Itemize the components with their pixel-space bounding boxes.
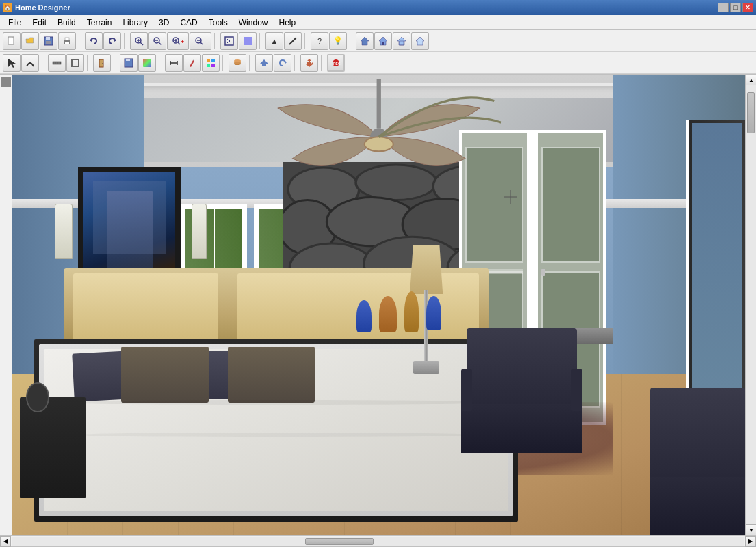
svg-line-18 bbox=[178, 42, 180, 44]
maximize-button[interactable]: □ bbox=[730, 3, 741, 12]
texture-tool[interactable] bbox=[202, 54, 220, 72]
arrow-button[interactable]: ▲ bbox=[265, 32, 283, 50]
dimension-tool[interactable] bbox=[165, 54, 183, 72]
svg-rect-49 bbox=[126, 59, 130, 61]
svg-rect-30 bbox=[248, 37, 252, 41]
scroll-thumb[interactable] bbox=[747, 92, 755, 133]
select-all-button[interactable] bbox=[239, 32, 257, 50]
menu-tools[interactable]: Tools bbox=[203, 16, 233, 29]
select-tool[interactable] bbox=[3, 54, 21, 72]
menu-edit[interactable]: Edit bbox=[27, 16, 52, 29]
door-frame-right bbox=[686, 120, 745, 433]
svg-text:+: + bbox=[181, 38, 184, 45]
room-scene bbox=[12, 75, 745, 535]
scroll-track[interactable] bbox=[746, 85, 756, 524]
scroll-up-button[interactable]: ▲ bbox=[746, 75, 756, 85]
toolbar-sep-2 bbox=[124, 33, 127, 49]
zoom-in-button[interactable] bbox=[130, 32, 148, 50]
undo-button[interactable] bbox=[85, 32, 103, 50]
new-button[interactable] bbox=[3, 32, 21, 50]
menu-terrain[interactable]: Terrain bbox=[81, 16, 118, 29]
fit-button[interactable] bbox=[220, 32, 238, 50]
up-arrow-tool[interactable] bbox=[255, 54, 273, 72]
library-tool[interactable] bbox=[229, 54, 246, 72]
room-tool[interactable] bbox=[66, 54, 84, 72]
menu-help[interactable]: Help bbox=[273, 16, 301, 29]
menu-library[interactable]: Library bbox=[117, 16, 153, 29]
nightstand bbox=[20, 397, 86, 498]
svg-marker-39 bbox=[416, 37, 424, 45]
svg-rect-57 bbox=[211, 64, 215, 67]
menu-build[interactable]: Build bbox=[52, 16, 81, 29]
toolbar2-sep-4 bbox=[159, 55, 162, 71]
scroll-down-button[interactable]: ▼ bbox=[746, 524, 756, 535]
svg-rect-31 bbox=[244, 41, 248, 45]
material-tool[interactable] bbox=[138, 54, 156, 72]
svg-marker-61 bbox=[260, 59, 268, 66]
menu-3d[interactable]: 3D bbox=[153, 16, 174, 29]
house3-button[interactable] bbox=[393, 32, 410, 50]
svg-marker-34 bbox=[361, 37, 369, 45]
line-button[interactable] bbox=[284, 32, 302, 50]
svg-rect-54 bbox=[207, 59, 210, 62]
door-tool[interactable] bbox=[93, 54, 111, 72]
record-button[interactable]: REC bbox=[327, 54, 345, 72]
rotate-tool[interactable] bbox=[274, 54, 291, 72]
hscroll-track[interactable] bbox=[12, 537, 744, 546]
house1-button[interactable] bbox=[356, 32, 374, 50]
svg-line-15 bbox=[159, 42, 161, 45]
menu-file[interactable]: File bbox=[3, 16, 27, 29]
scroll-left-button[interactable]: ◀ bbox=[0, 536, 11, 547]
help-button[interactable]: ? bbox=[311, 32, 328, 50]
open-button[interactable] bbox=[21, 32, 39, 50]
redo-button[interactable] bbox=[103, 32, 121, 50]
minimize-button[interactable]: ─ bbox=[718, 3, 729, 12]
svg-marker-63 bbox=[306, 59, 313, 67]
bed bbox=[34, 268, 518, 522]
svg-rect-4 bbox=[46, 41, 51, 44]
3d-viewport[interactable] bbox=[12, 75, 745, 535]
wall-sconce-left bbox=[49, 204, 79, 259]
hscroll-thumb[interactable] bbox=[305, 538, 374, 545]
move-tool[interactable] bbox=[300, 54, 318, 72]
left-tool-1[interactable]: — bbox=[1, 77, 11, 87]
armchair bbox=[467, 328, 577, 466]
curve-tool[interactable] bbox=[21, 54, 39, 72]
svg-rect-55 bbox=[211, 59, 215, 62]
svg-point-60 bbox=[234, 59, 241, 62]
light-button[interactable]: 💡 bbox=[329, 32, 347, 50]
save-view-tool[interactable] bbox=[120, 54, 138, 72]
vase-2 bbox=[379, 296, 397, 333]
svg-rect-56 bbox=[207, 64, 210, 67]
house2-button[interactable] bbox=[374, 32, 392, 50]
vase-4 bbox=[426, 296, 441, 331]
zoom-out-large-button[interactable]: - bbox=[190, 32, 211, 50]
save-button[interactable] bbox=[40, 32, 57, 50]
wall-tool[interactable] bbox=[48, 54, 66, 72]
toolbar2-sep-2 bbox=[87, 55, 90, 71]
scroll-right-button[interactable]: ▶ bbox=[745, 536, 756, 547]
svg-rect-3 bbox=[46, 37, 50, 40]
toolbar-area: + - ▲ ? 💡 bbox=[0, 30, 756, 75]
menu-window[interactable]: Window bbox=[233, 16, 274, 29]
toolbar-sep-5 bbox=[304, 33, 308, 49]
toolbar-1: + - ▲ ? 💡 bbox=[0, 30, 756, 52]
horizontal-scrollbar: ◀ ▶ bbox=[0, 535, 756, 546]
svg-rect-7 bbox=[65, 42, 69, 44]
toolbar2-sep-3 bbox=[114, 55, 117, 71]
house4-button[interactable] bbox=[411, 32, 429, 50]
zoom-out-button[interactable] bbox=[148, 32, 166, 50]
vase-1 bbox=[356, 300, 371, 332]
toolbar-2: REC bbox=[0, 52, 756, 74]
close-button[interactable]: ✕ bbox=[742, 3, 753, 12]
zoom-in-large-button[interactable]: + bbox=[167, 32, 189, 50]
svg-line-33 bbox=[289, 38, 296, 44]
app-icon: 🏠 bbox=[3, 3, 12, 12]
svg-point-68 bbox=[364, 137, 393, 151]
paint-tool[interactable] bbox=[183, 54, 201, 72]
title-bar: 🏠 Home Designer ─ □ ✕ bbox=[0, 0, 756, 15]
wall-sconce-right bbox=[188, 204, 210, 259]
right-scrollbar: ▲ ▼ bbox=[745, 75, 756, 535]
print-button[interactable] bbox=[58, 32, 76, 50]
menu-cad[interactable]: CAD bbox=[174, 16, 203, 29]
